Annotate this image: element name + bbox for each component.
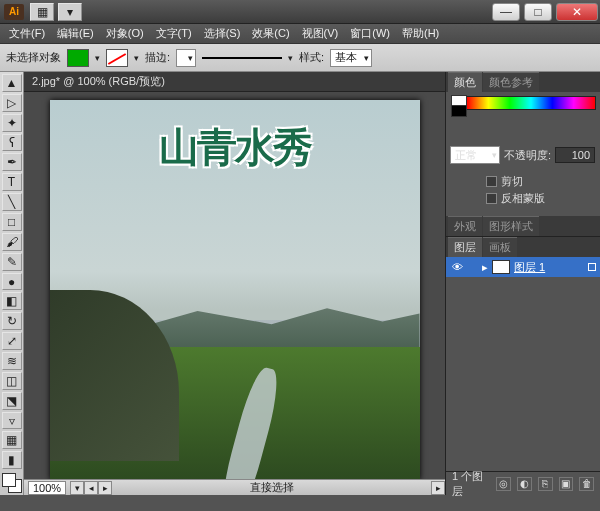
status-bar: 100% ▾ ◂ ▸ 直接选择 ▸ bbox=[24, 479, 445, 495]
new-layer-icon[interactable]: ▣ bbox=[559, 477, 574, 491]
stroke-swatch[interactable] bbox=[106, 49, 128, 67]
selection-status: 未选择对象 bbox=[6, 50, 61, 65]
fill-stroke-toggle[interactable] bbox=[2, 473, 22, 493]
width-tool-icon[interactable]: ≋ bbox=[2, 352, 22, 370]
opacity-label: 不透明度: bbox=[504, 148, 551, 163]
line-tool-icon[interactable]: ╲ bbox=[2, 193, 22, 211]
stroke-label: 描边: bbox=[145, 50, 170, 65]
rotate-tool-icon[interactable]: ↻ bbox=[2, 312, 22, 330]
menu-file[interactable]: 文件(F) bbox=[4, 24, 50, 43]
scale-tool-icon[interactable]: ⤢ bbox=[2, 332, 22, 350]
menu-window[interactable]: 窗口(W) bbox=[345, 24, 395, 43]
fill-swatch[interactable] bbox=[67, 49, 89, 67]
right-panels: 颜色 颜色参考 正常 不透明度: 100 剪切 反相蒙版 外观 图形样式 图层 … bbox=[445, 72, 600, 495]
layer-thumbnail bbox=[492, 260, 510, 274]
rectangle-tool-icon[interactable]: □ bbox=[2, 213, 22, 231]
title-bar: Ai ▦ ▾ — □ ✕ bbox=[0, 0, 600, 24]
perspective-tool-icon[interactable]: ▿ bbox=[2, 412, 22, 430]
visibility-toggle-icon[interactable]: 👁 bbox=[450, 261, 464, 273]
panel-empty-area bbox=[446, 277, 600, 471]
layers-panel-footer: 1 个图层 ◎ ◐ ⎘ ▣ 🗑 bbox=[446, 471, 600, 495]
current-tool-label: 直接选择 bbox=[112, 480, 431, 495]
minimize-button[interactable]: — bbox=[492, 3, 520, 21]
locate-layer-icon[interactable]: ◎ bbox=[496, 477, 511, 491]
layer-row[interactable]: 👁 ▸ 图层 1 bbox=[446, 257, 600, 277]
menu-effect[interactable]: 效果(C) bbox=[247, 24, 294, 43]
blob-tool-icon[interactable]: ● bbox=[2, 273, 22, 291]
tab-layers[interactable]: 图层 bbox=[448, 237, 482, 257]
menu-view[interactable]: 视图(V) bbox=[297, 24, 344, 43]
mesh-tool-icon[interactable]: ▦ bbox=[2, 431, 22, 449]
arrange-icon[interactable]: ▾ bbox=[58, 3, 82, 21]
tab-color[interactable]: 颜色 bbox=[448, 72, 482, 92]
options-bar: 未选择对象 ▾ ▾ 描边: ▾ 样式: 基本 bbox=[0, 44, 600, 72]
zoom-down-icon[interactable]: ▾ bbox=[70, 481, 84, 495]
status-menu-icon[interactable]: ▸ bbox=[431, 481, 445, 495]
document-tab[interactable]: 2.jpg* @ 100% (RGB/预览) bbox=[24, 72, 445, 92]
color-spectrum[interactable] bbox=[466, 96, 596, 110]
app-logo-icon: Ai bbox=[4, 4, 24, 20]
type-tool-icon[interactable]: T bbox=[2, 173, 22, 191]
delete-layer-icon[interactable]: 🗑 bbox=[579, 477, 594, 491]
tab-artboards[interactable]: 画板 bbox=[483, 237, 517, 257]
layer-count: 1 个图层 bbox=[452, 469, 490, 499]
menu-bar: 文件(F) 编辑(E) 对象(O) 文字(T) 选择(S) 效果(C) 视图(V… bbox=[0, 24, 600, 44]
pencil-tool-icon[interactable]: ✎ bbox=[2, 253, 22, 271]
bridge-icon[interactable]: ▦ bbox=[30, 3, 54, 21]
menu-select[interactable]: 选择(S) bbox=[199, 24, 246, 43]
tab-graphic-styles[interactable]: 图形样式 bbox=[483, 216, 539, 236]
magic-wand-tool-icon[interactable]: ✦ bbox=[2, 114, 22, 132]
color-panel bbox=[446, 92, 600, 142]
tab-appearance[interactable]: 外观 bbox=[448, 216, 482, 236]
new-sublayer-icon[interactable]: ⎘ bbox=[538, 477, 553, 491]
brush-tool-icon[interactable]: 🖌 bbox=[2, 233, 22, 251]
selection-tool-icon[interactable]: ▲ bbox=[2, 74, 22, 92]
invert-mask-checkbox[interactable] bbox=[486, 193, 497, 204]
shape-builder-tool-icon[interactable]: ⬔ bbox=[2, 392, 22, 410]
opacity-field[interactable]: 100 bbox=[555, 147, 595, 163]
direct-select-tool-icon[interactable]: ▷ bbox=[2, 94, 22, 112]
gradient-tool-icon[interactable]: ▮ bbox=[2, 451, 22, 469]
menu-object[interactable]: 对象(O) bbox=[101, 24, 149, 43]
blend-mode-dropdown[interactable]: 正常 bbox=[450, 146, 500, 164]
lasso-tool-icon[interactable]: ʕ bbox=[2, 134, 22, 152]
menu-type[interactable]: 文字(T) bbox=[151, 24, 197, 43]
canvas-text-art[interactable]: 山青水秀 bbox=[159, 120, 311, 175]
menu-edit[interactable]: 编辑(E) bbox=[52, 24, 99, 43]
make-mask-icon[interactable]: ◐ bbox=[517, 477, 532, 491]
menu-help[interactable]: 帮助(H) bbox=[397, 24, 444, 43]
expand-layer-icon[interactable]: ▸ bbox=[482, 261, 488, 274]
clip-checkbox[interactable] bbox=[486, 176, 497, 187]
clip-label: 剪切 bbox=[501, 174, 523, 189]
layer-name[interactable]: 图层 1 bbox=[514, 260, 545, 275]
style-dropdown[interactable]: 基本 bbox=[330, 49, 372, 67]
free-transform-tool-icon[interactable]: ◫ bbox=[2, 372, 22, 390]
tool-palette: ▲ ▷ ✦ ʕ ✒ T ╲ □ 🖌 ✎ ● ◧ ↻ ⤢ ≋ ◫ ⬔ ▿ ▦ ▮ bbox=[0, 72, 24, 495]
stroke-sample[interactable] bbox=[202, 57, 282, 59]
invert-label: 反相蒙版 bbox=[501, 191, 545, 206]
zoom-field[interactable]: 100% bbox=[28, 481, 66, 495]
canvas-area[interactable]: 山青水秀 bbox=[24, 92, 445, 479]
artboard[interactable]: 山青水秀 bbox=[50, 100, 420, 479]
close-button[interactable]: ✕ bbox=[556, 3, 598, 21]
eraser-tool-icon[interactable]: ◧ bbox=[2, 292, 22, 310]
style-label: 样式: bbox=[299, 50, 324, 65]
stroke-weight-dropdown[interactable] bbox=[176, 49, 196, 67]
tab-color-guide[interactable]: 颜色参考 bbox=[483, 72, 539, 92]
nav-left-icon[interactable]: ◂ bbox=[84, 481, 98, 495]
maximize-button[interactable]: □ bbox=[524, 3, 552, 21]
pen-tool-icon[interactable]: ✒ bbox=[2, 153, 22, 171]
nav-right-icon[interactable]: ▸ bbox=[98, 481, 112, 495]
